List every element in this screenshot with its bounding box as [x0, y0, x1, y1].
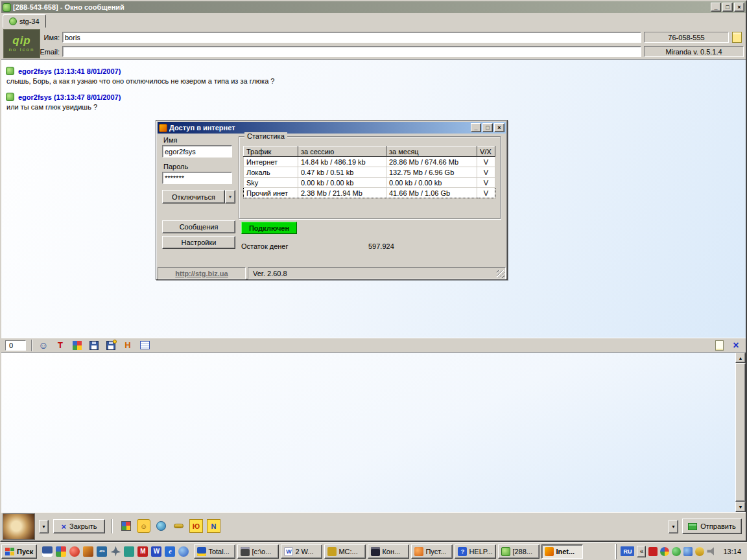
task-kon[interactable]: Кон...	[368, 544, 409, 559]
login-field[interactable]	[162, 145, 232, 158]
task-word-group[interactable]: W2 W...	[281, 544, 322, 559]
dialog-maximize-button[interactable]: □	[482, 123, 493, 132]
color-icon[interactable]	[71, 340, 83, 351]
incoming-message-icon	[6, 67, 14, 75]
tray-expand-button[interactable]: «	[637, 546, 646, 557]
tab-bar: stg-34	[1, 13, 746, 28]
send-button[interactable]: Отправить	[682, 519, 742, 534]
message-input[interactable]	[1, 353, 735, 512]
tray-icon-palette[interactable]	[660, 547, 669, 556]
email-field[interactable]	[62, 46, 641, 57]
resize-grip[interactable]	[497, 270, 504, 278]
dialog-close-button[interactable]: ×	[494, 123, 504, 132]
titlebar[interactable]: [288-543-658] - Окно сообщений _ □ ×	[1, 1, 746, 13]
tray-icon-green[interactable]	[672, 547, 681, 556]
translit-n-icon[interactable]: N	[207, 519, 220, 533]
close-chat-button[interactable]: × Закрыть	[53, 519, 105, 533]
login-label: Имя	[163, 136, 177, 144]
tab-stg-34[interactable]: stg-34	[3, 14, 46, 28]
ql-ie-icon[interactable]: e	[165, 546, 175, 557]
ql-package-icon[interactable]	[124, 546, 134, 557]
save-icon[interactable]	[88, 340, 100, 351]
task-inet-active[interactable]: Inet...	[541, 544, 583, 559]
maximize-button[interactable]: □	[722, 3, 733, 12]
orange-icon	[414, 547, 423, 556]
translit-yu-icon[interactable]: Ю	[189, 519, 203, 533]
password-field[interactable]	[162, 172, 232, 184]
task-pust[interactable]: Пуст...	[411, 544, 453, 559]
statusbar-version-panel: Ver. 2.60.8	[248, 267, 506, 279]
tray-icon-blue[interactable]	[683, 547, 693, 556]
connection-status-badge[interactable]: Подключен	[241, 222, 297, 234]
emoticon-icon[interactable]: ☺	[38, 340, 49, 351]
table-row[interactable]: Локаль 0.47 kb / 0.51 kb 132.75 Mb / 6.9…	[244, 167, 495, 178]
column-traffic[interactable]: Трафик	[244, 146, 298, 157]
task-total[interactable]: Total...	[194, 544, 235, 559]
smileys-icon[interactable]: ☺	[137, 519, 150, 533]
statusbar-link-panel: http://stg.biz.ua	[158, 267, 246, 279]
clock[interactable]: 13:14	[718, 548, 746, 555]
settings-button[interactable]: Настройки	[162, 236, 235, 249]
client-version-value: Miranda v. 0.5.1.4	[665, 48, 722, 56]
ql-m-icon[interactable]: M	[137, 546, 148, 557]
tab-label: stg-34	[19, 18, 40, 25]
translate-icon[interactable]	[154, 519, 168, 533]
ql-red-icon[interactable]	[69, 546, 80, 557]
scroll-down-button[interactable]: ▼	[735, 502, 746, 512]
close-button[interactable]: ×	[734, 3, 744, 12]
dialog-titlebar[interactable]: Доступ в интернет _ □ ×	[158, 122, 506, 134]
ql-webmoney-icon[interactable]: W	[151, 546, 161, 557]
column-session[interactable]: за сессию	[298, 146, 386, 157]
ql-plane-icon[interactable]	[110, 546, 121, 557]
cell-name: Локаль	[244, 167, 298, 178]
disconnect-button[interactable]: Отключиться	[162, 190, 225, 204]
disconnect-dropdown[interactable]: ▼	[225, 190, 235, 204]
table-row-selected[interactable]: Прочий инет 2.38 Mb / 21.94 Mb 41.66 Mb …	[244, 188, 495, 198]
ql-far-icon[interactable]: «»	[97, 546, 107, 557]
table-row[interactable]: Sky 0.00 kb / 0.00 kb 0.00 kb / 0.00 kb …	[244, 178, 495, 188]
cell-month: 41.66 Mb / 1.06 Gb	[386, 188, 477, 198]
close-options-dropdown[interactable]: ▼	[39, 520, 49, 533]
dialog-minimize-button[interactable]: _	[471, 123, 481, 132]
ql-globe-icon[interactable]	[178, 546, 189, 557]
language-indicator[interactable]: RU	[621, 546, 634, 556]
ql-pen-icon[interactable]	[83, 546, 93, 557]
table-grid-icon[interactable]	[119, 519, 133, 533]
dialog-icon	[159, 124, 167, 132]
site-link[interactable]: http://stg.biz.ua	[175, 270, 228, 277]
tray-icon-gold[interactable]	[695, 547, 704, 556]
font-icon[interactable]: T	[54, 340, 66, 351]
column-month[interactable]: за месяц	[386, 146, 477, 157]
scrollbar[interactable]: ▲ ▼	[735, 353, 746, 512]
ql-palette-icon[interactable]	[56, 546, 66, 557]
autosave-icon[interactable]	[105, 340, 117, 351]
quote-icon[interactable]	[139, 340, 150, 351]
send-options-dropdown[interactable]: ▼	[669, 520, 678, 533]
cell-vx: V	[477, 157, 495, 167]
messages-button[interactable]: Сообщения	[162, 220, 235, 233]
table-row[interactable]: Интернет 14.84 kb / 486.19 kb 28.86 Mb /…	[244, 157, 495, 167]
scroll-up-button[interactable]: ▲	[735, 353, 746, 363]
volume-icon[interactable]	[707, 547, 716, 556]
task-console[interactable]: [c:\o...	[237, 544, 279, 559]
history-icon[interactable]: H	[122, 340, 134, 351]
key-icon[interactable]	[172, 519, 185, 533]
start-button[interactable]: Пуск	[1, 544, 37, 559]
new-message-icon[interactable]	[713, 340, 725, 351]
task-help[interactable]: ?HELP...	[455, 544, 496, 559]
name-field[interactable]	[62, 32, 641, 43]
task-message-window[interactable]: [288...	[498, 544, 540, 559]
column-vx[interactable]: V/X	[477, 146, 495, 157]
ql-save-icon[interactable]	[42, 546, 53, 557]
scroll-thumb[interactable]	[735, 363, 746, 502]
task-mc[interactable]: MC:...	[324, 544, 366, 559]
cell-month: 0.00 kb / 0.00 kb	[386, 178, 477, 188]
incoming-message-icon	[6, 93, 14, 101]
version-text: Ver. 2.60.8	[253, 270, 287, 277]
balance-value: 597.924	[368, 242, 394, 250]
user-details-icon[interactable]	[732, 32, 742, 43]
minimize-button[interactable]: _	[711, 3, 721, 12]
compose-bar: ▼ × Закрыть ☺ Ю N ▼ Отправить	[1, 512, 746, 541]
tray-icon-red[interactable]	[648, 547, 658, 556]
close-tab-icon[interactable]: ×	[730, 340, 742, 351]
